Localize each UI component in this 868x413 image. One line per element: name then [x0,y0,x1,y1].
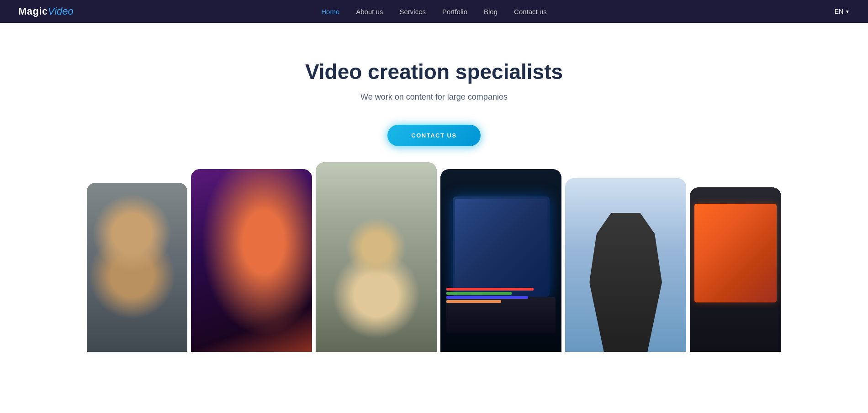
hero-section: Video creation specialists We work on co… [0,23,868,379]
nav-link-services[interactable]: Services [399,8,426,16]
timeline-bar-3 [446,296,528,299]
nav-link-contact[interactable]: Contact us [514,8,547,16]
image-card-cameraman [87,183,187,352]
camera-woman-photo [316,162,437,352]
imac-screen [694,204,777,302]
nav-link-portfolio[interactable]: Portfolio [442,8,467,16]
monitor-screen [453,196,550,297]
nav-link-home[interactable]: Home [321,8,339,16]
timeline-bar-2 [446,292,512,295]
image-card-studio-lights [191,169,312,352]
images-inner [101,162,767,352]
navbar-links: Home About us Services Portfolio Blog Co… [321,8,547,16]
language-selector[interactable]: EN ▼ [835,8,850,15]
hero-images-strip [0,160,868,352]
image-card-imac-editing [690,187,781,352]
nav-link-blog[interactable]: Blog [484,8,498,16]
timeline-bar-4 [446,300,501,303]
contact-us-button[interactable]: CONTACT US [387,125,480,146]
logo[interactable]: Magic Video [18,5,74,17]
lang-arrow-icon: ▼ [845,9,850,14]
image-card-camera-woman [316,162,437,352]
lang-label: EN [835,8,843,15]
timeline-bar-1 [446,288,534,291]
hero-subtitle: We work on content for large companies [360,92,508,102]
image-card-editing-software [440,169,561,352]
person-silhouette [589,213,662,352]
navbar: Magic Video Home About us Services Portf… [0,0,868,23]
hero-title: Video creation specialists [305,59,563,84]
logo-magic: Magic [18,5,48,17]
cameraman-photo [87,183,187,352]
logo-video: Video [48,5,74,17]
image-card-outdoor-person [565,178,686,352]
nav-link-about[interactable]: About us [356,8,383,16]
timeline-bars [446,288,556,343]
